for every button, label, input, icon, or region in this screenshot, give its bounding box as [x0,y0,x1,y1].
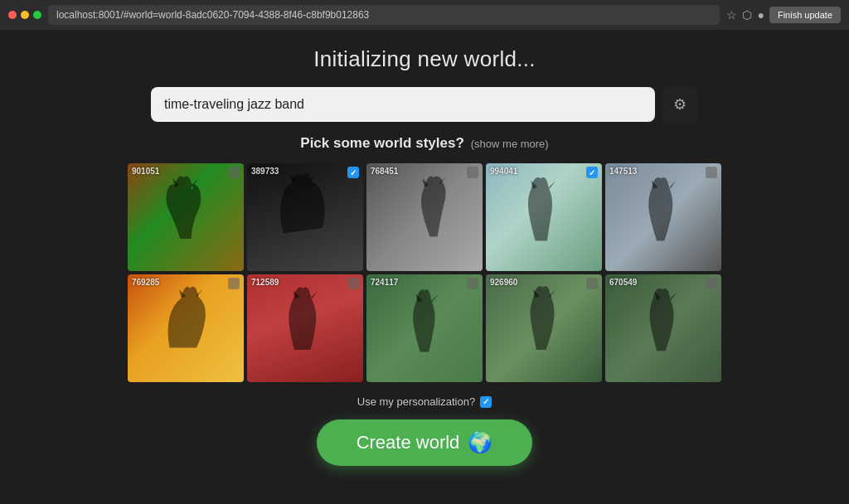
image-cell-5[interactable]: 769285 [128,274,244,382]
address-bar[interactable]: localhost:8001/#world=world-8adc0620-709… [48,5,720,25]
show-more-link[interactable]: (show me more) [471,138,549,150]
image-cell-checkbox-2[interactable] [467,167,478,178]
image-cell-label-3: 994041 [490,167,517,176]
image-cell-4[interactable]: 147513 [605,163,721,271]
search-button[interactable]: ⚙ [662,87,698,122]
finish-update-button[interactable]: Finish update [769,7,841,23]
image-cell-label-7: 724117 [371,278,398,287]
image-cell-label-6: 712589 [251,278,279,287]
image-cell-checkbox-6[interactable] [347,278,359,289]
search-row: ⚙ [151,87,698,122]
image-cell-label-1: 389733 [251,167,279,176]
browser-chrome: localhost:8001/#world=world-8adc0620-709… [0,0,849,30]
search-input[interactable] [151,87,655,122]
personalization-label: Use my personalization? [357,395,475,408]
url-text: localhost:8001/#world=world-8adc0620-709… [56,9,369,21]
image-cell-label-8: 926960 [490,278,517,287]
image-cell-checkbox-4[interactable] [706,167,717,178]
subtitle-row: Pick some world styles? (show me more) [300,135,548,152]
image-cell-label-9: 670549 [609,278,637,287]
image-cell-3[interactable]: 994041 [486,163,602,271]
image-cell-checkbox-3[interactable] [586,167,598,178]
image-cell-0[interactable]: 901051 [128,163,244,271]
search-icon: ⚙ [673,95,686,114]
image-cell-7[interactable]: 724117 [366,274,483,382]
maximize-window-dot[interactable] [33,11,41,19]
styles-subtitle: Pick some world styles? [300,135,463,152]
image-cell-checkbox-7[interactable] [467,278,478,289]
image-cell-2[interactable]: 768451 [366,163,483,271]
profile-icon[interactable]: ● [757,8,764,22]
extensions-icon[interactable]: ⬡ [742,8,752,22]
browser-actions: ☆ ⬡ ● Finish update [726,7,841,23]
image-cell-checkbox-0[interactable] [228,167,240,178]
image-cell-checkbox-9[interactable] [706,278,717,289]
image-cell-checkbox-5[interactable] [228,278,240,289]
image-cell-label-4: 147513 [609,167,637,176]
image-cell-1[interactable]: 389733 [247,163,363,271]
image-cell-6[interactable]: 712589 [247,274,363,382]
bookmark-icon[interactable]: ☆ [726,8,737,22]
create-world-button[interactable]: Create world 🌍 [317,419,533,466]
minimize-window-dot[interactable] [21,11,29,19]
image-cell-checkbox-1[interactable] [347,167,359,178]
image-cell-label-2: 768451 [371,167,398,176]
personalization-checkbox[interactable] [480,396,492,408]
image-cell-label-5: 769285 [132,278,159,287]
image-grid: 9010513897337684519940411475137692857125… [128,163,721,382]
image-cell-checkbox-8[interactable] [586,278,598,289]
image-cell-9[interactable]: 670549 [605,274,721,382]
close-window-dot[interactable] [8,11,17,19]
page-title: Initializing new world... [313,46,536,72]
personalization-row: Use my personalization? [357,395,492,408]
create-world-label: Create world [357,432,460,453]
main-content: Initializing new world... ⚙ Pick some wo… [0,30,849,504]
image-cell-label-0: 901051 [132,167,159,176]
globe-icon: 🌍 [468,431,492,454]
window-controls [8,11,41,19]
image-cell-8[interactable]: 926960 [486,274,602,382]
